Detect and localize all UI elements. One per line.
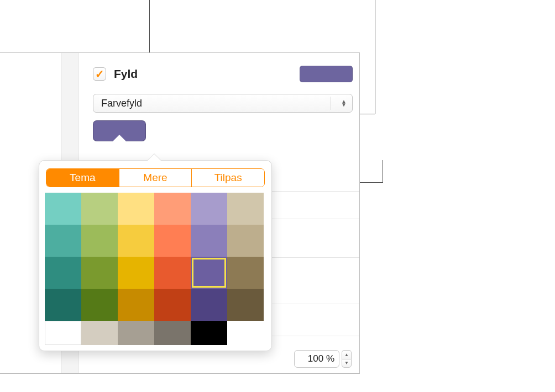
swatch-row <box>45 225 266 257</box>
swatch[interactable] <box>227 257 264 289</box>
popover-segments: Tema Mere Tilpas <box>46 168 265 187</box>
swatch[interactable] <box>118 225 154 257</box>
swatch[interactable] <box>118 321 154 345</box>
swatch[interactable] <box>191 321 227 345</box>
chevron-down-icon[interactable]: ▼ <box>342 359 352 368</box>
swatch[interactable] <box>81 289 118 321</box>
swatch[interactable] <box>191 193 227 225</box>
opacity-value[interactable]: 100 % <box>294 350 339 368</box>
color-popover: Tema Mere Tilpas <box>39 160 272 351</box>
swatch[interactable] <box>227 225 264 257</box>
swatch[interactable] <box>81 257 118 289</box>
chevron-up-icon[interactable]: ▲ <box>342 350 352 359</box>
swatch[interactable] <box>45 321 81 345</box>
swatch[interactable] <box>45 289 81 321</box>
swatch[interactable] <box>118 289 154 321</box>
swatch[interactable] <box>118 193 154 225</box>
swatch[interactable] <box>191 257 227 289</box>
swatch[interactable] <box>154 193 191 225</box>
fill-row: ✓ Fyld <box>93 65 353 83</box>
swatch-row <box>45 321 266 345</box>
opacity-control: 100 % ▲ ▼ <box>294 350 352 368</box>
swatch-row <box>45 257 266 289</box>
fill-type-select[interactable]: Farvefyld ▲▼ <box>93 94 353 113</box>
fill-label: Fyld <box>114 67 300 81</box>
swatch[interactable] <box>227 289 264 321</box>
swatch[interactable] <box>118 257 154 289</box>
updown-icon: ▲▼ <box>341 100 347 107</box>
callout-line <box>358 114 375 114</box>
fill-checkbox[interactable]: ✓ <box>93 67 106 81</box>
segment-tema[interactable]: Tema <box>46 169 119 187</box>
callout-line <box>383 160 383 182</box>
swatch[interactable] <box>45 225 81 257</box>
segment-mere[interactable]: Mere <box>119 169 192 187</box>
swatch[interactable] <box>81 193 118 225</box>
swatch[interactable] <box>191 225 227 257</box>
swatch[interactable] <box>154 257 191 289</box>
swatch[interactable] <box>81 321 118 345</box>
swatch[interactable] <box>191 289 227 321</box>
swatch[interactable] <box>227 193 264 225</box>
checkmark-icon: ✓ <box>95 67 104 81</box>
swatch-row <box>45 289 266 321</box>
swatch[interactable] <box>154 225 191 257</box>
swatch[interactable] <box>45 193 81 225</box>
callout-line <box>375 0 375 114</box>
swatch[interactable] <box>154 289 191 321</box>
segment-tilpas[interactable]: Tilpas <box>191 169 264 187</box>
swatch-grid <box>45 193 266 345</box>
swatch[interactable] <box>45 257 81 289</box>
fill-swatch[interactable] <box>300 66 353 82</box>
fill-type-value: Farvefyld <box>101 98 142 109</box>
color-well[interactable] <box>93 120 146 141</box>
swatch-row <box>45 193 266 225</box>
swatch[interactable] <box>81 225 118 257</box>
divider <box>331 97 331 110</box>
swatch[interactable] <box>154 321 191 345</box>
opacity-stepper[interactable]: ▲ ▼ <box>342 350 352 368</box>
